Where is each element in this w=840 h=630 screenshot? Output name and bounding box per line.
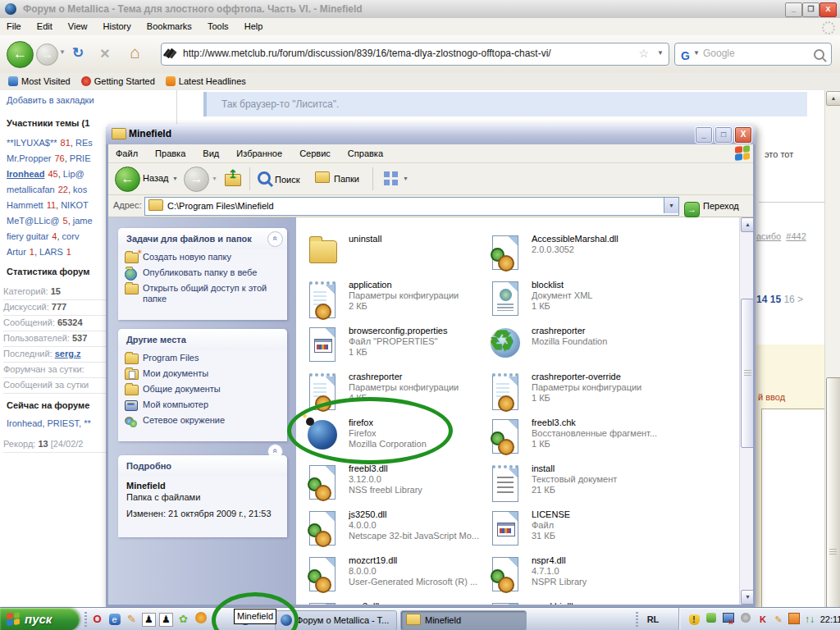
language-indicator[interactable]: RL bbox=[642, 612, 664, 627]
address-input[interactable]: C:\Program Files\Minefield ▼ bbox=[144, 197, 679, 216]
antivirus-green-icon[interactable] bbox=[705, 613, 718, 626]
restore-button[interactable]: ❐ bbox=[802, 2, 819, 17]
forward-button[interactable]: → bbox=[36, 43, 58, 66]
thanks-link[interactable]: асибо bbox=[756, 231, 781, 241]
maximize-button[interactable]: □ bbox=[714, 126, 733, 144]
menu-edit[interactable]: Правка bbox=[148, 144, 193, 162]
quicklaunch-grip[interactable] bbox=[84, 612, 87, 627]
back-label[interactable]: Назад bbox=[143, 173, 169, 183]
back-button[interactable]: ← bbox=[7, 41, 34, 68]
app-tray-icon[interactable] bbox=[788, 613, 801, 626]
file-item[interactable]: mozcrt19.dll8.0.0.0User-Generated Micros… bbox=[303, 554, 487, 596]
scroll-down-button[interactable]: ▼ bbox=[741, 590, 753, 605]
place-my-computer[interactable]: Мой компьютер bbox=[118, 397, 287, 413]
participant-link[interactable]: REs bbox=[75, 138, 93, 148]
stop-button[interactable]: × bbox=[100, 40, 110, 66]
close-button[interactable]: X bbox=[734, 126, 752, 144]
scroll-thumb[interactable] bbox=[826, 377, 840, 608]
participant-link[interactable]: MeT@LLic@ bbox=[7, 216, 60, 226]
last-user-link[interactable]: serg.z bbox=[55, 349, 81, 358]
menu-view[interactable]: View bbox=[62, 18, 94, 35]
security-shield-icon[interactable]: ! bbox=[687, 613, 701, 626]
file-item[interactable]: installТекстовый документ21 КБ bbox=[486, 462, 670, 504]
task-publish-web[interactable]: Опубликовать папку в вебе bbox=[118, 265, 287, 281]
menu-view[interactable]: Вид bbox=[195, 144, 226, 162]
scroll-thumb[interactable] bbox=[741, 299, 753, 448]
menu-tools[interactable]: Tools bbox=[201, 18, 235, 35]
icq-flower-icon[interactable]: ✿ bbox=[176, 612, 190, 626]
kaspersky-icon[interactable]: K bbox=[756, 613, 769, 626]
menu-history[interactable]: History bbox=[97, 18, 138, 35]
menu-edit[interactable]: Edit bbox=[30, 18, 59, 35]
place-network[interactable]: Сетевое окружение bbox=[118, 413, 287, 428]
minimize-button[interactable]: _ bbox=[785, 2, 802, 17]
file-item[interactable]: js3250.dll4.0.0.0Netscape 32-bit JavaScr… bbox=[303, 508, 487, 550]
file-item[interactable]: crashreporterMozilla Foundation bbox=[486, 324, 670, 367]
page-16[interactable]: 16 bbox=[783, 294, 794, 305]
post-number-link[interactable]: #442 bbox=[786, 231, 806, 241]
network-error-icon[interactable]: × bbox=[722, 613, 735, 626]
back-dropdown[interactable]: ▼ bbox=[172, 176, 178, 181]
page-next[interactable]: > bbox=[797, 294, 803, 305]
back-history-dropdown[interactable]: ▼ bbox=[59, 48, 66, 56]
participant-link[interactable]: Mr.Propper bbox=[7, 153, 51, 163]
participant-link[interactable]: LARS bbox=[39, 247, 63, 257]
forward-button[interactable]: → bbox=[184, 167, 209, 192]
cs-player-icon[interactable]: ♟ bbox=[159, 612, 173, 626]
menu-favorites[interactable]: Избранное bbox=[229, 144, 290, 162]
menu-bookmarks[interactable]: Bookmarks bbox=[140, 18, 199, 35]
traffic-arrows-icon[interactable]: ↑↓ bbox=[803, 613, 816, 626]
menu-file[interactable]: Файл bbox=[108, 144, 145, 162]
ie-icon[interactable]: e bbox=[107, 612, 121, 626]
views-button[interactable]: ▼ bbox=[381, 168, 409, 189]
bookmark-most-visited[interactable]: Most Visited bbox=[8, 73, 71, 90]
pen-icon[interactable]: ✎ bbox=[125, 612, 139, 626]
collapse-chevron-icon[interactable]: « bbox=[267, 231, 283, 247]
file-item[interactable]: browserconfig.propertiesФайл "PROPERTIES… bbox=[303, 324, 487, 367]
menu-help[interactable]: Справка bbox=[340, 144, 390, 162]
bookmark-latest-headlines[interactable]: Latest Headlines bbox=[166, 73, 246, 90]
home-button[interactable]: ⌂ bbox=[130, 39, 140, 66]
volume-icon[interactable] bbox=[739, 613, 752, 626]
participant-link[interactable]: Ironhead bbox=[7, 169, 44, 179]
file-item[interactable]: freebl3.dll3.12.0.0NSS freebl Library bbox=[303, 462, 487, 504]
file-item[interactable]: uninstall bbox=[303, 232, 487, 275]
browser-scrollbar[interactable]: ▲ bbox=[824, 90, 840, 607]
participant-link[interactable]: Lip@ bbox=[63, 169, 84, 179]
close-button[interactable]: X bbox=[819, 2, 837, 17]
search-button[interactable]: Поиск bbox=[258, 171, 299, 185]
place-my-documents[interactable]: Мои документы bbox=[118, 366, 287, 381]
opera-icon[interactable]: O bbox=[90, 612, 104, 626]
menu-file[interactable]: File bbox=[0, 18, 28, 35]
explorer-title-bar[interactable]: Minefield _ □ X bbox=[106, 124, 756, 144]
file-item[interactable]: applicationПараметры конфигурации2 КБ bbox=[303, 278, 487, 321]
online-users[interactable]: Ironhead, PRIEST, ** bbox=[7, 418, 91, 428]
task-share-folder[interactable]: Открыть общий доступ к этой папке bbox=[118, 281, 287, 307]
file-item[interactable]: blocklistДокумент XML1 КБ bbox=[486, 278, 670, 321]
url-dropdown[interactable]: ▼ bbox=[657, 43, 664, 63]
file-item[interactable]: freebl3.chkВосстановленные фрагмент...1 … bbox=[486, 416, 670, 459]
pen-tray-icon[interactable]: ✎ bbox=[772, 613, 785, 626]
back-button[interactable]: ← bbox=[115, 167, 140, 192]
page-15[interactable]: 15 bbox=[770, 294, 781, 305]
up-button[interactable] bbox=[225, 174, 241, 187]
menu-tools[interactable]: Сервис bbox=[292, 144, 338, 162]
participant-link[interactable]: fiery guitar bbox=[7, 231, 48, 241]
qip-icon[interactable] bbox=[194, 612, 208, 626]
bookmark-star-icon[interactable]: ☆ bbox=[638, 43, 649, 63]
participant-link[interactable]: **ILYUXA$** bbox=[7, 138, 57, 148]
bookmark-getting-started[interactable]: Getting Started bbox=[81, 73, 155, 90]
file-item[interactable]: LICENSEФайл31 КБ bbox=[486, 508, 670, 550]
participant-link[interactable]: kos bbox=[73, 185, 87, 194]
search-engine-dropdown[interactable]: ▼ bbox=[693, 43, 700, 63]
reload-button[interactable]: ↻ bbox=[72, 40, 84, 66]
url-text[interactable]: http://www.metclub.ru/forum/discussion/8… bbox=[183, 43, 551, 63]
file-item[interactable]: nss3.dll bbox=[303, 600, 487, 605]
scroll-up-button[interactable]: ▲ bbox=[826, 91, 840, 106]
go-button[interactable]: →Переход bbox=[684, 195, 739, 217]
file-item[interactable]: nspr4.dll4.7.1.0NSPR Library bbox=[486, 554, 670, 596]
file-item[interactable]: nssckbi.dll bbox=[486, 600, 670, 605]
participant-link[interactable]: PRIE bbox=[70, 153, 91, 163]
minimize-button[interactable]: _ bbox=[695, 126, 713, 144]
start-button[interactable]: пуск bbox=[0, 608, 80, 630]
